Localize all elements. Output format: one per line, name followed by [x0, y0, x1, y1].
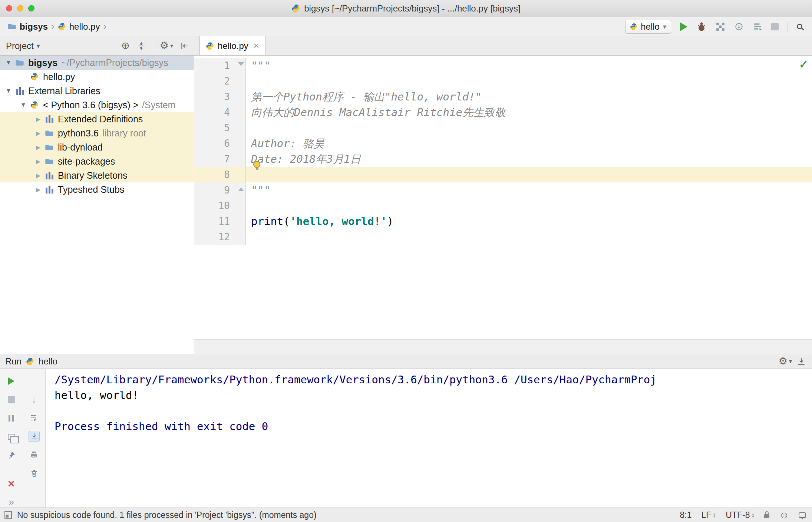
code-line[interactable]: 5	[194, 120, 812, 136]
library-icon	[44, 115, 55, 123]
tree-chevron-icon[interactable]: ▶	[33, 172, 44, 179]
close-window-button[interactable]	[6, 5, 12, 11]
project-settings-button[interactable]: ⚙ ▾	[160, 41, 173, 51]
close-run-panel-button[interactable]: ×	[6, 478, 17, 489]
line-separator-value: LF	[701, 510, 711, 520]
code-text: print('hello, world!')	[246, 214, 393, 229]
hide-run-panel-button[interactable]	[796, 357, 806, 366]
readonly-lock-icon[interactable]	[764, 514, 769, 518]
scroll-to-end-button[interactable]	[29, 431, 40, 442]
breadcrumb-project[interactable]: bigsys	[20, 22, 48, 32]
project-tool-window: Project ▾ ⊕ ⚙ ▾ ▼bigsys~/PycharmProjects…	[0, 36, 194, 354]
zoom-window-button[interactable]	[28, 5, 34, 11]
tree-chevron-icon[interactable]: ▶	[33, 158, 44, 165]
tree-item[interactable]: hello.py	[0, 70, 194, 84]
soft-wrap-button[interactable]	[29, 412, 40, 423]
concurrency-diagram-button[interactable]	[753, 22, 762, 32]
project-view-select[interactable]: Project ▾	[6, 41, 40, 51]
breadcrumb-file[interactable]: hello.py	[69, 22, 100, 32]
close-tab-icon[interactable]: ×	[254, 40, 259, 52]
python-icon	[630, 23, 637, 30]
pause-output-button[interactable]	[6, 413, 17, 424]
tool-window-switcher-icon[interactable]	[4, 511, 12, 519]
code-line[interactable]: 4向伟大的Dennis MacAlistair Ritchie先生致敬	[194, 105, 812, 120]
code-line[interactable]: 8	[194, 167, 812, 182]
tree-chevron-icon[interactable]: ▶	[33, 116, 44, 123]
code-line[interactable]: 6Author: 骆昊	[194, 136, 812, 151]
code-line[interactable]: 9"""	[194, 182, 812, 198]
console-line: Process finished with exit code 0	[55, 419, 812, 434]
tree-chevron-icon[interactable]: ▶	[33, 144, 44, 151]
line-number: 11	[194, 214, 236, 229]
tab-hello-py[interactable]: hello.py ×	[199, 36, 265, 55]
fold-marker-icon[interactable]	[238, 62, 244, 66]
encoding-widget[interactable]: UTF-8 ↕	[726, 510, 755, 520]
code-line[interactable]: 3第一个Python程序 - 输出"hello, world!"	[194, 89, 812, 105]
fold-gutter	[236, 73, 246, 89]
code-line[interactable]: 1"""	[194, 58, 812, 73]
clear-all-button[interactable]	[29, 468, 40, 479]
editor-scrollbar-strip[interactable]	[194, 339, 812, 354]
caret-position-widget[interactable]: 8:1	[680, 510, 691, 520]
window-controls	[6, 5, 34, 11]
tree-item[interactable]: ▶Typeshed Stubs	[0, 182, 194, 196]
window-proxy-icon	[291, 4, 300, 13]
tree-item[interactable]: ▼External Libraries	[0, 84, 194, 98]
pin-tab-button[interactable]	[6, 450, 17, 461]
run-console[interactable]: /System/Library/Frameworks/Python.framew…	[46, 369, 812, 508]
code-line[interactable]: 10	[194, 198, 812, 214]
tree-chevron-icon[interactable]: ▶	[33, 130, 44, 137]
down-stacktrace-button[interactable]: ↓	[29, 394, 40, 405]
stop-button[interactable]	[771, 23, 779, 30]
fold-marker-icon[interactable]	[238, 188, 244, 191]
collapse-all-button[interactable]	[136, 41, 146, 51]
print-button[interactable]	[29, 449, 40, 460]
tree-item[interactable]: ▼< Python 3.6 (bigsys) >/System	[0, 98, 194, 112]
tree-chevron-icon[interactable]: ▶	[33, 186, 44, 193]
attach-to-process-button[interactable]	[734, 22, 744, 32]
hector-inspector-icon[interactable]: ☺	[779, 510, 789, 520]
run-config-name: hello	[39, 356, 57, 367]
hide-panel-button[interactable]	[180, 41, 189, 51]
run-settings-button[interactable]: ⚙ ▾	[779, 356, 792, 366]
code-text	[246, 167, 251, 182]
debug-button[interactable]	[696, 22, 707, 32]
editor-zone: hello.py × 1"""23第一个Python程序 - 输出"hello,…	[194, 36, 812, 354]
event-log-icon[interactable]	[799, 512, 806, 518]
line-separator-widget[interactable]: LF ↕	[701, 510, 716, 520]
code-text	[246, 229, 251, 245]
code-text: Date: 2018年3月1日	[246, 151, 361, 167]
run-with-coverage-button[interactable]	[716, 22, 725, 32]
restore-layout-button[interactable]	[6, 431, 17, 442]
tree-chevron-icon[interactable]: ▼	[3, 59, 14, 66]
tree-item[interactable]: ▶lib-dynload	[0, 140, 194, 154]
locate-file-button[interactable]: ⊕	[121, 41, 130, 51]
code-text	[246, 198, 251, 214]
more-options-icon[interactable]: »	[6, 496, 17, 508]
code-line[interactable]: 12	[194, 229, 812, 245]
tree-chevron-icon[interactable]: ▼	[3, 87, 14, 94]
run-button[interactable]	[680, 22, 687, 31]
tree-item[interactable]: ▼bigsys~/PycharmProjects/bigsys	[0, 56, 194, 70]
tree-item-label: Extended Definitions	[58, 114, 143, 125]
python-icon	[29, 101, 40, 109]
code-line[interactable]: 7Date: 2018年3月1日	[194, 151, 812, 167]
tree-item[interactable]: ▶Extended Definitions	[0, 112, 194, 126]
run-panel-title: Run	[5, 356, 22, 367]
tree-item[interactable]: ▶site-packages	[0, 154, 194, 168]
code-line[interactable]: 2	[194, 73, 812, 89]
code-line[interactable]: 11print('hello, world!')	[194, 214, 812, 229]
tree-chevron-icon[interactable]: ▼	[18, 102, 29, 108]
fold-gutter	[236, 198, 246, 214]
intention-bulb-icon[interactable]	[253, 161, 260, 168]
minimize-window-button[interactable]	[17, 5, 23, 11]
inspections-ok-icon[interactable]: ✓	[799, 58, 808, 71]
tree-item[interactable]: ▶Binary Skeletons	[0, 168, 194, 182]
search-everywhere-icon[interactable]	[797, 24, 802, 29]
rerun-button[interactable]	[6, 376, 17, 387]
code-editor[interactable]: 1"""23第一个Python程序 - 输出"hello, world!"4向伟…	[194, 56, 812, 339]
tree-item[interactable]: ▶python3.6library root	[0, 126, 194, 140]
line-number: 3	[194, 89, 236, 105]
run-configuration-select[interactable]: hello ▾	[625, 20, 671, 34]
stop-button[interactable]	[6, 394, 17, 405]
